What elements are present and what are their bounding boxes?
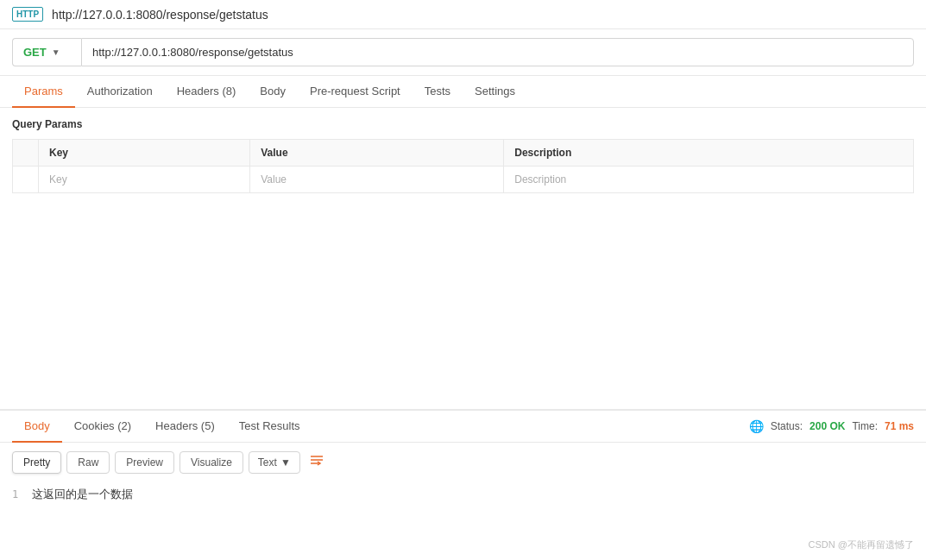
response-status-area: 🌐 Status: 200 OK Time: 71 ms [749, 419, 914, 433]
wrap-icon[interactable] [306, 450, 328, 475]
time-label: Time: [852, 420, 878, 432]
text-type-label: Text [258, 456, 277, 469]
pretty-button[interactable]: Pretty [12, 451, 61, 474]
checkbox-col-header [13, 140, 39, 167]
params-table: Key Value Description Key Value Descript… [12, 139, 914, 193]
request-bar: GET ▼ [0, 29, 926, 76]
response-line-1: 1 这返回的是一个数据 [12, 487, 914, 502]
tab-authorization[interactable]: Authorization [75, 76, 165, 108]
text-chevron-icon: ▼ [280, 456, 291, 469]
description-cell[interactable]: Description [504, 167, 914, 193]
resp-tab-body[interactable]: Body [12, 411, 62, 443]
response-section: Body Cookies (2) Headers (5) Test Result… [0, 409, 926, 560]
query-params-section: Query Params Key Value Description Key V… [0, 108, 926, 193]
tab-body[interactable]: Body [248, 76, 298, 108]
time-value: 71 ms [885, 420, 914, 432]
tab-headers[interactable]: Headers (8) [165, 76, 249, 108]
response-tabs-bar: Body Cookies (2) Headers (5) Test Result… [0, 411, 926, 443]
status-label: Status: [771, 420, 803, 432]
title-url: http://127.0.0.1:8080/response/getstatus [52, 8, 268, 22]
tab-params[interactable]: Params [12, 76, 75, 108]
request-tabs: Params Authorization Headers (8) Body Pr… [0, 76, 926, 108]
tab-settings[interactable]: Settings [463, 76, 527, 108]
response-body-toolbar: Pretty Raw Preview Visualize Text ▼ [0, 443, 926, 481]
http-icon: HTTP [12, 7, 43, 22]
response-text: 这返回的是一个数据 [32, 487, 133, 502]
resp-tab-headers[interactable]: Headers (5) [143, 411, 227, 443]
method-select[interactable]: GET ▼ [12, 38, 81, 66]
method-label: GET [23, 46, 47, 59]
tab-tests[interactable]: Tests [413, 76, 463, 108]
tab-prerequest[interactable]: Pre-request Script [298, 76, 413, 108]
table-row: Key Value Description [13, 167, 914, 193]
url-input[interactable] [81, 38, 914, 66]
value-col-header: Value [250, 140, 504, 167]
status-value: 200 OK [809, 420, 845, 432]
resp-tab-testresults[interactable]: Test Results [227, 411, 312, 443]
watermark: CSDN @不能再留遗憾了 [809, 538, 914, 551]
text-type-select[interactable]: Text ▼ [249, 451, 300, 474]
key-col-header: Key [39, 140, 250, 167]
line-number: 1 [12, 488, 18, 500]
response-body-content: 1 这返回的是一个数据 [0, 481, 926, 507]
globe-icon: 🌐 [749, 419, 764, 433]
value-cell[interactable]: Value [250, 167, 504, 193]
method-chevron-icon: ▼ [52, 47, 60, 57]
key-cell[interactable]: Key [39, 167, 250, 193]
raw-button[interactable]: Raw [66, 451, 110, 474]
visualize-button[interactable]: Visualize [180, 451, 243, 474]
description-col-header: Description [504, 140, 914, 167]
params-header-row: Key Value Description [13, 140, 914, 167]
resp-tab-cookies[interactable]: Cookies (2) [62, 411, 143, 443]
preview-button[interactable]: Preview [115, 451, 174, 474]
query-params-title: Query Params [12, 118, 914, 130]
row-checkbox-cell [13, 167, 39, 193]
title-bar: HTTP http://127.0.0.1:8080/response/gets… [0, 0, 926, 29]
